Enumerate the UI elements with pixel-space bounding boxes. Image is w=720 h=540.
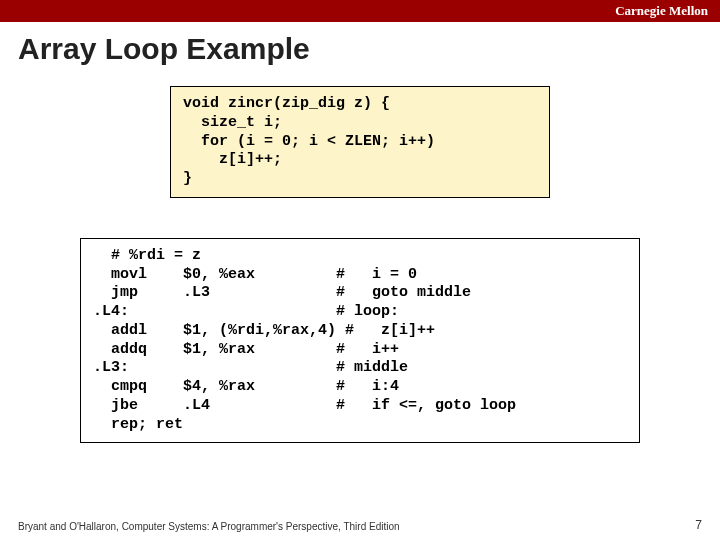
header-bar: Carnegie Mellon <box>0 0 720 22</box>
footer: Bryant and O'Hallaron, Computer Systems:… <box>0 518 720 532</box>
asm-code-box: # %rdi = z movl $0, %eax # i = 0 jmp .L3… <box>80 238 640 444</box>
footer-citation: Bryant and O'Hallaron, Computer Systems:… <box>18 521 400 532</box>
page-number: 7 <box>695 518 702 532</box>
c-code-box: void zincr(zip_dig z) { size_t i; for (i… <box>170 86 550 198</box>
org-label: Carnegie Mellon <box>615 3 708 19</box>
slide-title: Array Loop Example <box>0 22 720 66</box>
